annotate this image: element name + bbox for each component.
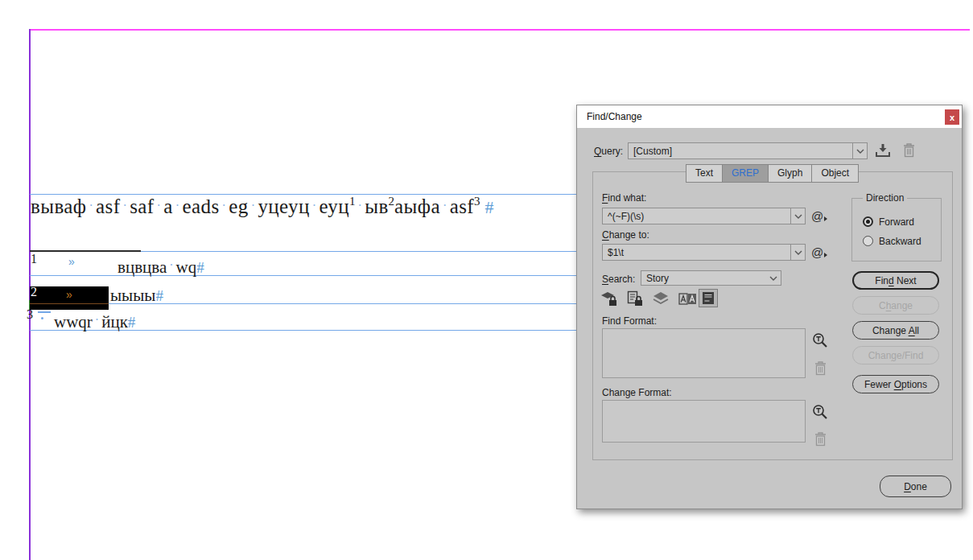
at-symbol: @ [811, 210, 823, 222]
indesign-document-canvas: вываф·asf·saf·a·eads·eg·уцеуц·еуц1·ыв2аы… [0, 0, 973, 560]
fewer-options-button[interactable]: Fewer Options [852, 375, 939, 393]
space-marker: · [169, 258, 173, 272]
footnote-3-text: wwqr·йцк# [54, 312, 135, 332]
find-next-button[interactable]: Find Next [852, 271, 939, 290]
find-change-dialog: Find/Change x Query: [Custom] [576, 105, 963, 509]
change-to-label: Change to: [602, 229, 649, 241]
flyout-arrow-icon [824, 253, 827, 257]
word: wwqr [54, 312, 93, 331]
chevron-down-icon[interactable] [790, 245, 805, 260]
margin-guide-top [30, 29, 970, 31]
include-locked-layers-icon[interactable] [600, 290, 619, 307]
word: еуц [319, 196, 349, 217]
specify-change-attributes-icon[interactable] [811, 403, 829, 422]
word: ыыыы [110, 286, 155, 305]
space-marker: · [89, 199, 93, 212]
word: eg [229, 196, 248, 217]
change-special-characters-menu-icon[interactable]: @ [811, 246, 827, 258]
footnote-3-tab-highlight [38, 311, 51, 313]
footnote-1-text: вцвцва·wq# [118, 257, 204, 278]
word: asf [96, 196, 120, 217]
radio-backward[interactable] [863, 236, 873, 246]
done-button[interactable]: Done [880, 476, 951, 497]
text-frame-edge [30, 275, 578, 276]
end-of-story-marker: # [485, 197, 494, 217]
change-to-input[interactable]: $1\t [602, 244, 806, 261]
clear-change-format-icon[interactable] [813, 430, 827, 447]
chevron-down-icon[interactable] [852, 143, 867, 159]
direction-legend: Direction [863, 192, 907, 204]
word: вываф [31, 196, 86, 217]
space-marker: · [222, 199, 227, 212]
space-marker: · [357, 199, 362, 212]
find-format-box[interactable] [602, 328, 806, 378]
footnote-3-number: 3 [27, 307, 33, 322]
end-of-story-marker: # [128, 314, 136, 331]
clear-find-format-icon[interactable] [813, 360, 827, 376]
word: ыв [365, 196, 388, 217]
search-label: Search: [602, 274, 635, 285]
delete-query-icon[interactable] [901, 142, 916, 159]
query-dropdown[interactable]: [Custom] [628, 142, 868, 159]
search-scope-dropdown[interactable]: Story [641, 270, 781, 286]
footnote-reference-2: 2 [389, 195, 395, 208]
find-special-characters-menu-icon[interactable]: @ [811, 210, 827, 222]
word: аыфа [394, 196, 440, 217]
space-marker: · [175, 199, 180, 212]
word: вцвцва [118, 257, 167, 277]
word: asf [450, 196, 474, 217]
footnote-reference-3: 3 [474, 195, 480, 208]
word: йцк [101, 312, 128, 331]
tab-text[interactable]: Text [686, 164, 723, 183]
change-all-button[interactable]: Change All [852, 321, 939, 340]
space-marker: · [157, 199, 162, 212]
space-marker: · [251, 199, 256, 212]
find-what-label: Find what: [602, 192, 646, 204]
footnote-2-text: ыыыы# [110, 286, 163, 306]
dialog-title: Find/Change [587, 111, 642, 122]
end-of-story-marker: # [196, 259, 204, 276]
find-format-label: Find Format: [602, 315, 657, 327]
text-frame-edge [30, 194, 578, 195]
direction-group: Direction Forward Backward [851, 198, 942, 261]
find-what-input[interactable]: ^(~F)(\s) [602, 208, 806, 224]
radio-forward[interactable] [863, 216, 873, 227]
include-hidden-layers-icon[interactable] [652, 290, 670, 307]
save-query-icon[interactable] [874, 142, 892, 159]
radio-backward-label[interactable]: Backward [879, 236, 921, 247]
word: уцеуц [258, 196, 309, 217]
case-sensitive-icon[interactable] [678, 290, 697, 307]
footnote-1-number: 1 [31, 252, 37, 266]
close-button[interactable]: x [945, 109, 959, 125]
end-of-story-marker: # [155, 287, 163, 304]
change-format-box[interactable] [602, 400, 806, 443]
footnote-2-number: 2 [31, 285, 37, 299]
query-value: [Custom] [629, 146, 852, 157]
find-what-value: ^(~F)(\s) [603, 211, 790, 222]
include-footnotes-icon[interactable] [699, 289, 718, 307]
flyout-arrow-icon [824, 216, 827, 221]
tab-grep[interactable]: GREP [722, 164, 769, 183]
hidden-character-dot [41, 317, 43, 319]
at-symbol: @ [811, 246, 823, 258]
tab-object[interactable]: Object [811, 164, 859, 183]
space-marker: · [122, 199, 127, 212]
footnote-2-tab-marker: » [66, 288, 72, 301]
word: a [163, 196, 173, 217]
tab-glyph[interactable]: Glyph [768, 164, 812, 183]
query-label: Query: [594, 146, 623, 157]
include-locked-stories-icon[interactable] [626, 290, 644, 307]
space-marker: · [95, 313, 99, 327]
body-text-line: вываф·asf·saf·a·eads·eg·уцеуц·еуц1·ыв2аы… [31, 196, 494, 218]
specify-find-attributes-icon[interactable] [811, 331, 829, 350]
chevron-down-icon[interactable] [766, 271, 781, 285]
change-to-value: $1\t [603, 247, 790, 258]
word: saf [130, 196, 154, 217]
dialog-titlebar[interactable]: Find/Change [577, 105, 962, 128]
chevron-down-icon[interactable] [790, 208, 805, 224]
radio-forward-label[interactable]: Forward [879, 216, 914, 228]
change-find-button: Change/Find [852, 346, 939, 364]
space-marker: · [443, 199, 447, 212]
footnote-1-tab-marker: » [68, 255, 75, 268]
mode-tabs: Text GREP Glyph Object [686, 164, 859, 183]
